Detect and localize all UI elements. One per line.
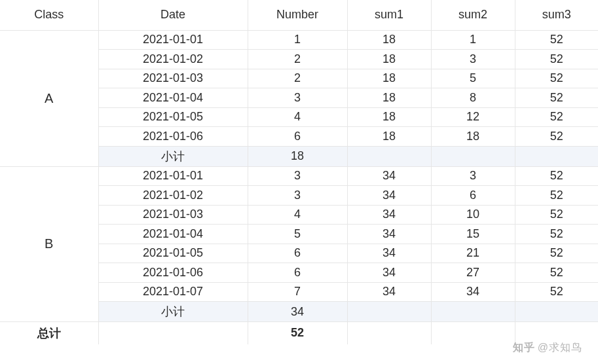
cell-number: 3 (248, 166, 347, 186)
cell-sum1: 34 (347, 166, 431, 186)
col-header-sum1: sum1 (347, 0, 431, 30)
data-table: Class Date Number sum1 sum2 sum3 A 2021-… (0, 0, 598, 344)
cell-sum1: 34 (347, 186, 431, 206)
cell-sum3: 52 (515, 263, 598, 283)
cell-sum1: 18 (347, 50, 431, 69)
cell-sum3: 52 (515, 205, 598, 225)
cell-sum2: 12 (431, 107, 515, 127)
cell-number: 2 (248, 69, 347, 88)
subtotal-empty (431, 302, 515, 322)
subtotal-empty (515, 146, 598, 166)
cell-sum1: 34 (347, 244, 431, 263)
cell-sum2: 15 (431, 225, 515, 244)
grand-total-row: 总计 52 (0, 322, 598, 344)
cell-sum2: 34 (431, 282, 515, 302)
subtotal-number: 34 (248, 302, 347, 322)
cell-date: 2021-01-05 (98, 244, 248, 263)
cell-date: 2021-01-03 (98, 205, 248, 225)
cell-number: 2 (248, 50, 347, 69)
cell-sum3: 52 (515, 186, 598, 206)
cell-sum2: 8 (431, 88, 515, 108)
cell-sum1: 18 (347, 88, 431, 108)
cell-number: 3 (248, 186, 347, 206)
col-header-class: Class (0, 0, 98, 30)
subtotal-empty (515, 302, 598, 322)
cell-sum1: 18 (347, 127, 431, 147)
subtotal-empty (347, 146, 431, 166)
header-row: Class Date Number sum1 sum2 sum3 (0, 0, 598, 30)
class-cell-a: A (0, 30, 98, 166)
cell-date: 2021-01-01 (98, 166, 248, 186)
grand-total-number: 52 (248, 322, 347, 344)
cell-sum2: 10 (431, 205, 515, 225)
cell-sum1: 34 (347, 205, 431, 225)
cell-sum2: 3 (431, 50, 515, 69)
cell-date: 2021-01-02 (98, 50, 248, 69)
subtotal-empty (431, 146, 515, 166)
cell-date: 2021-01-03 (98, 69, 248, 88)
col-header-sum3: sum3 (515, 0, 598, 30)
col-header-sum2: sum2 (431, 0, 515, 30)
cell-number: 4 (248, 205, 347, 225)
cell-sum3: 52 (515, 127, 598, 147)
cell-sum3: 52 (515, 50, 598, 69)
cell-sum1: 18 (347, 69, 431, 88)
cell-sum3: 52 (515, 244, 598, 263)
cell-sum2: 21 (431, 244, 515, 263)
cell-date: 2021-01-06 (98, 263, 248, 283)
cell-sum2: 5 (431, 69, 515, 88)
grand-total-empty (98, 322, 248, 344)
subtotal-empty (347, 302, 431, 322)
cell-sum1: 34 (347, 225, 431, 244)
cell-sum1: 18 (347, 107, 431, 127)
cell-number: 6 (248, 244, 347, 263)
cell-number: 3 (248, 88, 347, 108)
col-header-date: Date (98, 0, 248, 30)
cell-sum3: 52 (515, 30, 598, 50)
table-row: A 2021-01-01 1 18 1 52 (0, 30, 598, 50)
subtotal-label: 小计 (98, 302, 248, 322)
cell-sum3: 52 (515, 88, 598, 108)
grand-total-empty (431, 322, 515, 344)
cell-number: 6 (248, 263, 347, 283)
col-header-number: Number (248, 0, 347, 30)
subtotal-number: 18 (248, 146, 347, 166)
cell-date: 2021-01-04 (98, 225, 248, 244)
cell-date: 2021-01-01 (98, 30, 248, 50)
cell-sum3: 52 (515, 282, 598, 302)
cell-sum3: 52 (515, 107, 598, 127)
cell-sum3: 52 (515, 69, 598, 88)
cell-number: 6 (248, 127, 347, 147)
cell-date: 2021-01-07 (98, 282, 248, 302)
cell-sum2: 18 (431, 127, 515, 147)
cell-sum1: 34 (347, 282, 431, 302)
subtotal-label: 小计 (98, 146, 248, 166)
cell-sum2: 6 (431, 186, 515, 206)
cell-sum3: 52 (515, 166, 598, 186)
cell-number: 7 (248, 282, 347, 302)
cell-date: 2021-01-06 (98, 127, 248, 147)
class-cell-b: B (0, 166, 98, 322)
cell-number: 5 (248, 225, 347, 244)
cell-sum2: 1 (431, 30, 515, 50)
cell-sum1: 34 (347, 263, 431, 283)
cell-date: 2021-01-05 (98, 107, 248, 127)
grand-total-empty (347, 322, 431, 344)
cell-number: 1 (248, 30, 347, 50)
cell-number: 4 (248, 107, 347, 127)
cell-sum2: 3 (431, 166, 515, 186)
cell-sum1: 18 (347, 30, 431, 50)
cell-sum2: 27 (431, 263, 515, 283)
cell-date: 2021-01-02 (98, 186, 248, 206)
grand-total-empty (515, 322, 598, 344)
cell-date: 2021-01-04 (98, 88, 248, 108)
table-row: B 2021-01-01 3 34 3 52 (0, 166, 598, 186)
grand-total-label: 总计 (0, 322, 98, 344)
cell-sum3: 52 (515, 225, 598, 244)
